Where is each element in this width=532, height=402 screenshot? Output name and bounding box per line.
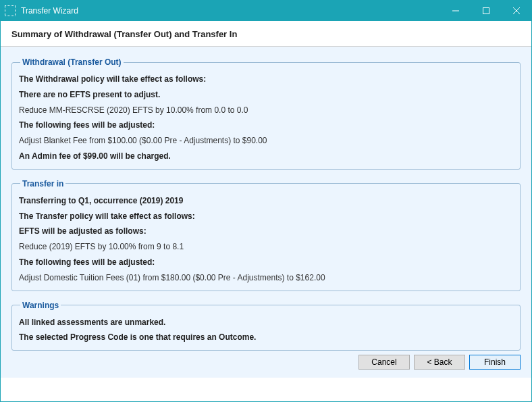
withdrawal-policy-header: The Withdrawal policy will take effect a… xyxy=(19,74,513,85)
close-icon xyxy=(513,7,520,14)
transfer-in-group: Transfer in Transferring to Q1, occurren… xyxy=(11,179,521,291)
back-button[interactable]: < Back xyxy=(414,355,465,370)
withdrawal-admin-fee: An Admin fee of $99.00 will be charged. xyxy=(19,151,513,162)
window-title: Transfer Wizard xyxy=(21,6,440,16)
minimize-button[interactable] xyxy=(440,1,471,21)
warning-assessments: All linked assessments are unmarked. xyxy=(19,317,513,328)
withdrawal-fee-adjust: Adjust Blanket Fee from $100.00 ($0.00 P… xyxy=(19,135,513,147)
finish-button[interactable]: Finish xyxy=(469,355,521,370)
transfer-policy-header: The Transfer policy will take effect as … xyxy=(19,211,513,222)
transfer-efts-reduce: Reduce (2019) EFTS by 10.00% from 9 to 8… xyxy=(19,241,513,253)
withdrawal-legend: Withdrawal (Transfer Out) xyxy=(20,57,124,67)
close-button[interactable] xyxy=(501,1,531,21)
withdrawal-no-efts: There are no EFTS present to adjust. xyxy=(19,89,513,101)
window-controls xyxy=(440,1,531,21)
warnings-legend: Warnings xyxy=(20,301,61,310)
transfer-fees-header: The following fees will be adjusted: xyxy=(19,257,513,268)
transfer-in-legend: Transfer in xyxy=(20,179,65,189)
svg-rect-1 xyxy=(483,8,489,14)
transfer-efts-header: EFTS will be adjusted as follows: xyxy=(19,226,513,237)
transfer-target: Transferring to Q1, occurrence (2019) 20… xyxy=(19,195,513,207)
minimize-icon xyxy=(452,7,459,14)
page-title: Summary of Withdrawal (Transfer Out) and… xyxy=(11,29,521,39)
wizard-button-bar: Cancel < Back Finish xyxy=(358,355,521,370)
warnings-group: Warnings All linked assessments are unma… xyxy=(11,301,521,351)
cancel-button[interactable]: Cancel xyxy=(358,355,410,370)
withdrawal-group: Withdrawal (Transfer Out) The Withdrawal… xyxy=(11,57,521,170)
transfer-fee-adjust: Adjust Domestic Tuition Fees (01) from $… xyxy=(19,272,513,284)
app-icon xyxy=(5,5,16,16)
wizard-header: Summary of Withdrawal (Transfer Out) and… xyxy=(1,21,531,47)
titlebar: Transfer Wizard xyxy=(1,1,531,21)
withdrawal-efts-reduce: Reduce MM-RESCRSE (2020) EFTS by 10.00% … xyxy=(19,105,513,116)
content-area: Withdrawal (Transfer Out) The Withdrawal… xyxy=(1,47,531,378)
maximize-button[interactable] xyxy=(471,1,501,21)
warning-progress-code: The selected Progress Code is one that r… xyxy=(19,332,513,343)
withdrawal-fees-header: The following fees will be adjusted: xyxy=(19,120,513,131)
maximize-icon xyxy=(483,7,489,14)
